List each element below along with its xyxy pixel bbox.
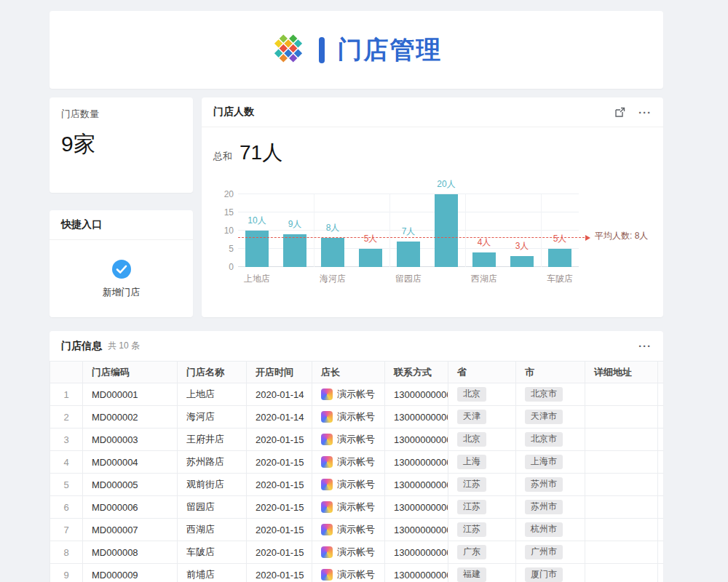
city-cell: 苏州市 — [516, 496, 585, 519]
more-options-icon[interactable]: ··· — [638, 107, 652, 118]
city-cell: 杭州市 — [516, 519, 585, 541]
store-name-cell: 观前街店 — [178, 474, 247, 496]
bar-slot: 4人 — [465, 194, 503, 267]
total-value: 71人 — [240, 139, 282, 167]
city-cell: 广州市 — [516, 541, 585, 564]
manager-cell: 演示帐号 — [312, 406, 385, 428]
store-name-cell: 苏州路店 — [178, 451, 247, 474]
column-header: 开店时间 — [247, 362, 312, 383]
bar-西湖店 — [472, 252, 496, 267]
main-row: 门店数量 9家 快捷入口 新增门店 — [50, 97, 663, 317]
bar-value-label: 20人 — [427, 178, 465, 191]
manager-avatar-icon — [321, 479, 333, 490]
manager-cell: 演示帐号 — [312, 496, 385, 519]
city-tag: 北京市 — [525, 432, 563, 447]
bar-value-label: 10人 — [238, 215, 276, 227]
manager-cell: 演示帐号 — [312, 451, 385, 474]
manager-name: 演示帐号 — [337, 388, 375, 401]
column-header: 门店编码 — [83, 362, 178, 383]
manager-name: 演示帐号 — [337, 568, 375, 581]
column-header: 详细地址 — [585, 362, 658, 383]
store-name-cell: 王府井店 — [178, 428, 247, 451]
store-code-cell: MD000001 — [83, 383, 178, 406]
address-cell — [585, 541, 658, 564]
headcount-title: 门店人数 — [213, 105, 254, 119]
province-cell: 江苏 — [448, 496, 516, 519]
province-tag: 北京 — [457, 387, 486, 402]
bar-value-label: 9人 — [276, 218, 314, 231]
province-cell: 江苏 — [448, 474, 516, 496]
bar-slot: 10人 — [238, 194, 276, 267]
average-line-label: 平均人数: 8人 — [595, 230, 648, 242]
x-axis-label — [427, 273, 465, 285]
bars-layer: 10人9人8人5人7人20人4人3人5人 — [238, 194, 579, 267]
table-row[interactable]: 5MD000005观前街店2020-01-15演示帐号13000000000江苏… — [50, 474, 664, 496]
manager-cell: 演示帐号 — [312, 474, 385, 496]
phone-cell: 13000000000 — [385, 383, 448, 406]
row-index-cell: 5 — [50, 474, 83, 496]
open-date-cell: 2020-01-15 — [247, 451, 312, 474]
open-date-cell: 2020-01-15 — [247, 564, 312, 582]
row-index-header — [50, 362, 83, 383]
cut-off-cell — [658, 541, 664, 564]
row-index-cell: 6 — [50, 496, 83, 519]
bar-上地店 — [245, 231, 269, 267]
open-date-cell: 2020-01-14 — [247, 406, 312, 428]
bar-苏州路店 — [359, 249, 382, 267]
store-code-cell: MD000002 — [83, 406, 178, 428]
store-count-value: 9家 — [61, 129, 181, 159]
cut-off-column-header — [658, 362, 664, 383]
province-cell: 江苏 — [448, 519, 516, 541]
manager-name: 演示帐号 — [337, 455, 375, 469]
average-line-arrow-icon — [585, 235, 590, 241]
table-row[interactable]: 8MD000008车陂店2020-01-15演示帐号13000000000广东广… — [50, 541, 664, 564]
page-title: 门店管理 — [338, 33, 443, 67]
table-row[interactable]: 3MD000003王府井店2020-01-15演示帐号13000000000北京… — [50, 428, 664, 451]
table-row[interactable]: 9MD000009前埔店2020-01-15演示帐号13000000000福建厦… — [50, 564, 664, 582]
table-row[interactable]: 6MD000006留园店2020-01-15演示帐号13000000000江苏苏… — [50, 496, 664, 519]
y-axis-tick-label: 15 — [213, 207, 234, 218]
province-tag: 福建 — [457, 567, 486, 582]
cut-off-cell — [658, 406, 664, 428]
manager-name: 演示帐号 — [337, 501, 375, 514]
column-header: 店长 — [312, 362, 385, 383]
bar-slot: 20人 — [427, 194, 465, 267]
manager-avatar-icon — [321, 434, 333, 445]
x-axis-label: 留园店 — [389, 273, 427, 285]
bar-value-label: 5人 — [541, 233, 579, 245]
city-tag: 广州市 — [525, 545, 563, 559]
x-axis-label — [503, 273, 541, 285]
store-count-card: 门店数量 9家 — [50, 97, 193, 193]
store-table-title: 门店信息 — [61, 340, 102, 353]
logo-wrap: 门店管理 — [271, 33, 443, 68]
manager-name: 演示帐号 — [337, 433, 375, 446]
y-axis-tick-label: 20 — [213, 189, 234, 199]
app-logo-icon — [271, 33, 306, 68]
table-row[interactable]: 4MD000004苏州路店2020-01-15演示帐号13000000000上海… — [50, 451, 664, 474]
open-date-cell: 2020-01-15 — [247, 474, 312, 496]
open-in-new-icon[interactable] — [614, 107, 625, 118]
row-index-cell: 3 — [50, 428, 83, 451]
table-row[interactable]: 7MD000007西湖店2020-01-15演示帐号13000000000江苏杭… — [50, 519, 664, 541]
more-options-icon[interactable]: ··· — [638, 340, 652, 351]
row-index-cell: 4 — [50, 451, 83, 474]
title-divider — [319, 37, 325, 63]
table-row[interactable]: 2MD000002海河店2020-01-14演示帐号13000000000天津天… — [50, 406, 664, 428]
phone-cell: 13000000000 — [385, 519, 448, 541]
store-name-cell: 车陂店 — [178, 541, 247, 564]
store-table-count: 共 10 条 — [108, 340, 140, 352]
city-tag: 北京市 — [525, 387, 563, 402]
manager-avatar-icon — [321, 411, 333, 423]
table-row[interactable]: 1MD000001上地店2020-01-14演示帐号13000000000北京北… — [50, 383, 664, 406]
address-cell — [585, 496, 658, 519]
add-store-button[interactable]: 新增门店 — [50, 240, 193, 317]
city-cell: 天津市 — [516, 406, 585, 428]
manager-avatar-icon — [321, 501, 333, 513]
store-code-cell: MD000006 — [83, 496, 178, 519]
manager-name: 演示帐号 — [337, 546, 375, 559]
total-label: 总和 — [213, 150, 232, 163]
address-cell — [585, 451, 658, 474]
page: 门店管理 门店数量 9家 快捷入口 — [0, 0, 728, 582]
cut-off-cell — [658, 519, 664, 541]
manager-avatar-icon — [321, 456, 333, 468]
